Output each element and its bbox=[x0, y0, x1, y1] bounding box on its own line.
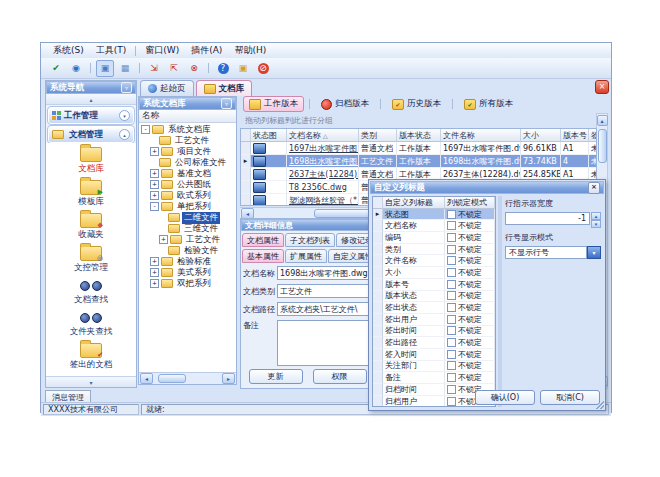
document-name-link[interactable]: 塑滤网络丝胶管（*... bbox=[289, 195, 359, 206]
ok-button[interactable]: 确认(O) bbox=[475, 390, 535, 405]
column-header-文档名称[interactable]: 文档名称△ bbox=[287, 129, 359, 142]
lock-icon[interactable]: ▣ bbox=[234, 60, 252, 77]
scroll-thumb[interactable] bbox=[158, 374, 186, 383]
checkbox[interactable] bbox=[447, 210, 456, 219]
column-header-版本状态[interactable]: 版本状态 bbox=[397, 129, 441, 142]
dialog-grid-row[interactable]: 大小不锁定 bbox=[373, 267, 495, 279]
tree-item-基准文档[interactable]: +基准文档 bbox=[139, 168, 236, 179]
row-number-mode-select[interactable]: 不显示行号 bbox=[505, 246, 587, 259]
table-row[interactable]: 1697出水嘴零件图.dwg普通文档工作版本1697出水嘴零件图.dwg96.6… bbox=[241, 142, 596, 155]
expand-icon[interactable]: + bbox=[150, 268, 159, 277]
checkbox[interactable] bbox=[447, 350, 456, 359]
tree-item-双把系列[interactable]: +双把系列 bbox=[139, 278, 236, 289]
chevron-toggle-icon[interactable]: ▴ bbox=[119, 129, 130, 140]
checkbox[interactable] bbox=[447, 326, 456, 335]
checkbox[interactable] bbox=[447, 373, 456, 382]
menu-item-5[interactable]: 帮助(H) bbox=[228, 44, 272, 57]
checkbox[interactable] bbox=[447, 303, 456, 312]
field-value[interactable]: 工艺文件 bbox=[277, 284, 372, 298]
menu-item-4[interactable]: 插件(A) bbox=[185, 44, 228, 57]
column-header-文件名称[interactable]: 文件名称 bbox=[441, 129, 521, 142]
column-header-状态图[interactable]: 状态图 bbox=[251, 129, 287, 142]
dialog-title-bar[interactable]: 自定义列标题 × bbox=[370, 181, 604, 194]
folder-view-icon[interactable]: ▦ bbox=[116, 60, 134, 77]
checkbox[interactable] bbox=[447, 397, 456, 406]
checkbox[interactable] bbox=[447, 385, 456, 394]
update-button[interactable]: 更新 bbox=[249, 369, 303, 384]
dialog-grid-row[interactable]: 签入时间不锁定 bbox=[373, 349, 495, 361]
table-row[interactable]: ▸1698出水嘴零件图.dwg工艺文件工作版本1698出水嘴零件图.dwg73.… bbox=[241, 155, 596, 168]
permission-button[interactable]: 权限 bbox=[313, 369, 367, 384]
document-name-link[interactable]: 2637主体(12284).dwg bbox=[289, 169, 359, 180]
dialog-column-header-列锁定模式[interactable]: 列锁定模式 bbox=[445, 197, 495, 209]
details-tab-子文档列表[interactable]: 子文档列表 bbox=[285, 233, 335, 247]
scroll-left-icon[interactable]: ◂ bbox=[140, 373, 153, 384]
sidebar-item-签出的文档[interactable]: ✔签出的文档 bbox=[70, 343, 113, 371]
checkbox[interactable] bbox=[447, 280, 456, 289]
expand-icon[interactable]: + bbox=[150, 180, 159, 189]
dialog-grid-row[interactable]: 版本状态不锁定 bbox=[373, 291, 495, 303]
checkbox[interactable] bbox=[447, 338, 456, 347]
spinner-down-icon[interactable]: ▾ bbox=[591, 220, 601, 228]
document-name-link[interactable]: T8 2356C.dwg bbox=[289, 183, 347, 192]
help-icon[interactable]: ? bbox=[214, 60, 232, 77]
dialog-grid-row[interactable]: 签出时间不锁定 bbox=[373, 326, 495, 338]
checkbox[interactable] bbox=[447, 245, 456, 254]
close-icon[interactable]: × bbox=[588, 182, 600, 194]
version-button-所有版本[interactable]: ✔所有版本 bbox=[458, 96, 519, 112]
dialog-grid-row[interactable]: ▸状态图不锁定 bbox=[373, 209, 495, 221]
sidebar-collapse-up[interactable]: ▴ bbox=[46, 94, 136, 105]
tree-item-公司标准文件[interactable]: 公司标准文件 bbox=[139, 157, 236, 168]
dialog-grid-row[interactable]: 类别不锁定 bbox=[373, 244, 495, 256]
resize-grip[interactable] bbox=[596, 401, 604, 409]
sidebar-item-收藏夹[interactable]: ◆收藏夹 bbox=[78, 213, 104, 241]
expand-icon[interactable]: + bbox=[150, 169, 159, 178]
spinner-up-icon[interactable]: ▴ bbox=[591, 212, 601, 220]
tree-item-检验标准[interactable]: +检验标准 bbox=[139, 256, 236, 267]
tree-item-系统文档库[interactable]: -系统文档库 bbox=[139, 124, 236, 135]
field-value[interactable] bbox=[277, 320, 372, 366]
dialog-grid-row[interactable]: 文档名称不锁定 bbox=[373, 220, 495, 232]
dialog-grid-row[interactable]: 签出路径不锁定 bbox=[373, 337, 495, 349]
details-subtab-基本属性[interactable]: 基本属性 bbox=[242, 249, 284, 263]
tree-item-项目文件[interactable]: +项目文件 bbox=[139, 146, 236, 157]
open-folder-icon[interactable]: ▣ bbox=[96, 60, 114, 77]
document-name-link[interactable]: 1697出水嘴零件图.dwg bbox=[289, 143, 359, 154]
globe-icon[interactable]: ◉ bbox=[67, 60, 85, 77]
sidebar-item-文控管理[interactable]: ◎文控管理 bbox=[74, 246, 108, 274]
checkbox[interactable] bbox=[447, 256, 456, 265]
column-header-类别[interactable]: 类别 bbox=[359, 129, 397, 142]
dialog-grid-row[interactable]: 关注部门不锁定 bbox=[373, 361, 495, 373]
sidebar-collapse-down[interactable]: ▾ bbox=[46, 376, 136, 387]
checkbox[interactable] bbox=[447, 233, 456, 242]
checkbox[interactable] bbox=[447, 315, 456, 324]
checkbox[interactable] bbox=[447, 291, 456, 300]
menu-item-3[interactable]: 窗口(W) bbox=[139, 44, 185, 57]
expand-icon[interactable]: + bbox=[150, 279, 159, 288]
checkbox[interactable] bbox=[447, 361, 456, 370]
sidebar-section-2[interactable]: 文档管理▴ bbox=[48, 126, 134, 143]
pin-icon[interactable]: ▿ bbox=[221, 98, 232, 109]
undo-checkout-icon[interactable]: ⊗ bbox=[185, 60, 203, 77]
expand-icon[interactable]: + bbox=[150, 257, 159, 266]
tree-item-二维文件[interactable]: 二维文件 bbox=[139, 212, 236, 223]
version-button-历史版本[interactable]: ✔历史版本 bbox=[386, 96, 447, 112]
dialog-grid-row[interactable]: 签出用户不锁定 bbox=[373, 314, 495, 326]
column-header-签出状态[interactable]: 签出状态 bbox=[589, 129, 597, 142]
pin-icon[interactable]: ▿ bbox=[121, 82, 132, 93]
field-value[interactable]: 系统文档夹\工艺文件\ bbox=[277, 302, 372, 316]
dialog-column-header-自定义列标题[interactable]: 自定义列标题 bbox=[383, 197, 445, 209]
tree-item-工艺文件[interactable]: 工艺文件 bbox=[139, 135, 236, 146]
row-indicator-width-input[interactable]: -1 bbox=[505, 212, 590, 225]
dialog-grid-row[interactable]: 版本号不锁定 bbox=[373, 279, 495, 291]
collapse-icon[interactable]: - bbox=[150, 202, 159, 211]
close-tab-button[interactable]: × bbox=[595, 80, 609, 94]
checkin-doc-icon[interactable]: ⇱ bbox=[165, 60, 183, 77]
exit-icon[interactable]: ⊘ bbox=[254, 60, 272, 77]
dialog-splitter[interactable] bbox=[498, 196, 502, 407]
scroll-right-icon[interactable]: ▸ bbox=[222, 373, 235, 384]
menu-item-1[interactable]: 系统(S) bbox=[47, 44, 90, 57]
details-subtab-扩展属性[interactable]: 扩展属性 bbox=[285, 249, 327, 263]
workspace-connect-icon[interactable]: ✔ bbox=[47, 60, 65, 77]
details-tab-文档属性[interactable]: 文档属性 bbox=[242, 233, 284, 247]
